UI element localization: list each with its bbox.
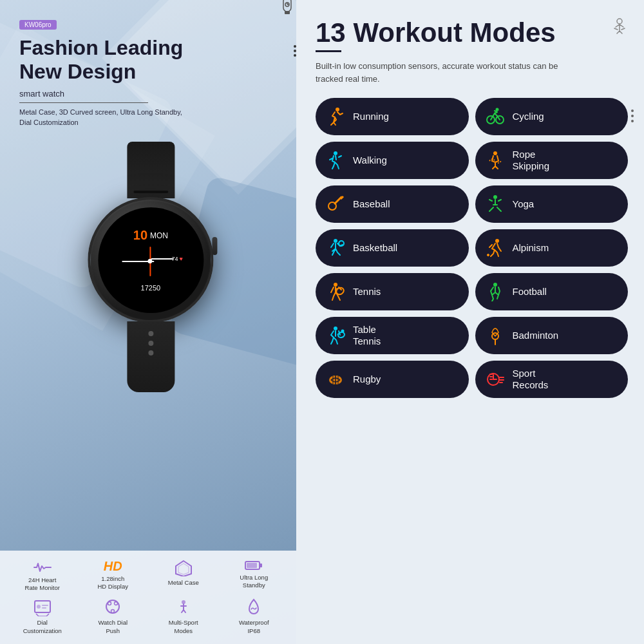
multi-sport-label: Multi-SportModes: [169, 619, 198, 635]
walking-label: Walking: [353, 155, 387, 166]
svg-point-35: [334, 283, 337, 287]
svg-point-30: [334, 239, 337, 243]
svg-rect-10: [260, 564, 262, 567]
heart-rate-icon: [33, 560, 52, 574]
workout-divider: [316, 50, 341, 52]
waterproof-label: WaterproofIP68: [239, 619, 269, 635]
badminton-icon: [486, 326, 505, 345]
features-grid: 24H HeartRate Monitor HD 1.28inchHD Disp…: [0, 551, 296, 644]
mode-basketball: Basketball: [316, 229, 469, 267]
workout-title: 13 Workout Modes: [316, 19, 628, 46]
svg-rect-2: [285, 11, 290, 14]
tennis-icon: [326, 282, 345, 301]
svg-point-20: [617, 19, 622, 24]
basketball-icon: [326, 238, 345, 258]
mode-tabletennis: TableTennis: [316, 317, 469, 354]
sport-records-label: SportRecords: [513, 368, 549, 391]
football-label: Football: [513, 286, 547, 298]
mode-rugby: Rugby: [316, 361, 469, 398]
description-text: Metal Case, 3D Curved screen, Ultra Long…: [19, 107, 277, 128]
running-label: Running: [353, 111, 389, 122]
svg-point-26: [493, 151, 497, 155]
more-menu-dots[interactable]: [294, 45, 296, 57]
dot1: [294, 45, 296, 48]
watch-number: 10: [133, 228, 147, 243]
svg-line-42: [337, 334, 339, 335]
runner-icon: [609, 18, 630, 39]
battery-icon: [245, 560, 263, 571]
svg-point-41: [341, 330, 345, 333]
svg-marker-7: [178, 564, 189, 574]
watch-icon: [278, 0, 296, 15]
strap-bottom: [127, 321, 175, 392]
football-icon: [486, 282, 505, 301]
heart-rate-label: 24H HeartRate Monitor: [25, 576, 60, 592]
divider: [19, 102, 148, 103]
dot3: [294, 54, 296, 57]
left-panel: KW06pro Fashion Leading New Design smart…: [0, 0, 296, 644]
tabletennis-label: TableTennis: [353, 324, 381, 347]
svg-point-12: [37, 605, 41, 609]
heart-rate-display: 74 ♥: [172, 256, 183, 262]
battery-label: Ultra LongStandby: [240, 574, 268, 590]
svg-point-21: [336, 108, 339, 111]
tabletennis-icon: [326, 326, 345, 345]
feature-watch-dial-push: Watch DialPush: [81, 598, 146, 635]
mode-badminton: Badminton: [475, 317, 629, 354]
watch-icon-area: [278, 0, 296, 18]
minute-hand: [151, 258, 173, 260]
svg-rect-14: [42, 607, 46, 609]
dial-label: DialCustomization: [23, 619, 62, 635]
rugby-label: Rugby: [353, 374, 381, 385]
mode-baseball: Baseball: [316, 185, 469, 223]
metal-label: Metal Case: [168, 579, 199, 587]
mode-running: Running: [316, 98, 469, 135]
feature-multi-sport: Multi-SportModes: [151, 598, 216, 635]
more-dots-right[interactable]: [631, 109, 634, 122]
watch-dial-push-icon: [104, 598, 121, 616]
analog-display: 74 ♥: [118, 247, 183, 279]
watch-illustration: 10 MON 74 ♥: [88, 142, 213, 392]
model-badge: KW06pro: [19, 20, 57, 30]
cycling-label: Cycling: [513, 111, 544, 122]
title-line1: Fashion Leading: [19, 36, 183, 59]
hole1: [148, 331, 153, 336]
svg-point-24: [495, 108, 498, 111]
mode-football: Football: [475, 273, 629, 310]
rope-label: RopeSkipping: [513, 149, 550, 172]
svg-point-39: [334, 327, 337, 330]
strap-top: [127, 142, 175, 198]
svg-point-17: [115, 602, 118, 605]
mode-walking: Walking: [316, 142, 469, 179]
workout-desc: Built-in low consumption sensors, accura…: [316, 60, 560, 85]
svg-point-32: [495, 239, 499, 243]
feature-battery: Ultra LongStandby: [222, 560, 287, 592]
svg-point-25: [334, 151, 337, 155]
feature-heart-rate: 24H HeartRate Monitor: [10, 560, 75, 592]
tennis-label: Tennis: [353, 286, 381, 298]
title-line2: New Design: [19, 60, 136, 83]
subtitle: smart watch: [19, 89, 277, 99]
main-title: Fashion Leading New Design: [19, 36, 277, 84]
mode-sport-records: SportRecords: [475, 361, 629, 398]
mode-yoga: Yoga: [475, 185, 629, 223]
hd-label-icon: HD: [104, 560, 122, 573]
waterproof-icon: [247, 598, 261, 616]
feature-waterproof: WaterproofIP68: [222, 598, 287, 635]
baseball-icon: [326, 194, 345, 214]
sport-records-icon: [486, 370, 505, 389]
svg-point-18: [111, 610, 115, 613]
running-icon: [326, 107, 345, 126]
yoga-icon: [486, 194, 505, 214]
features-inner: 24H HeartRate Monitor HD 1.28inchHD Disp…: [10, 560, 286, 635]
feature-hd-display: HD 1.28inchHD Display: [81, 560, 146, 592]
rugby-icon: [326, 370, 345, 389]
baseball-label: Baseball: [353, 198, 390, 210]
mode-alpinism: Alpinism: [475, 229, 629, 267]
rope-icon: [486, 151, 505, 170]
hd-label: 1.28inchHD Display: [97, 575, 128, 591]
svg-rect-0: [283, 0, 291, 12]
basketball-label: Basketball: [353, 242, 397, 254]
runner-icon-area: [609, 18, 630, 41]
yoga-label: Yoga: [513, 198, 535, 210]
